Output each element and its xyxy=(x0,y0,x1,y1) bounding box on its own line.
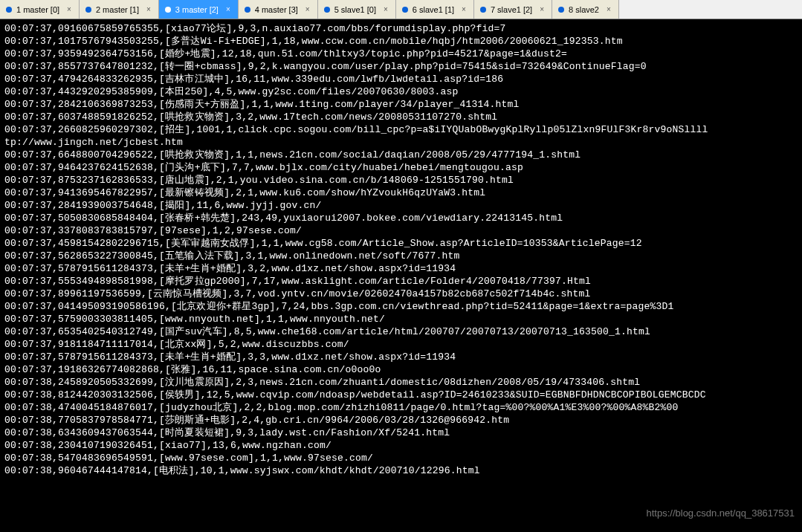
log-line: 00:07:37,8753237162836533,[唐山地震],2,1,you… xyxy=(4,174,798,186)
log-line: 00:07:38,7705837978584771,[莎朗斯通+电影],2,4,… xyxy=(4,414,798,426)
log-line: 00:07:37,6648800704296522,[哄抢救灾物资],1,1,n… xyxy=(4,149,798,161)
connection-status-icon xyxy=(402,7,408,13)
log-line: 00:07:37,9464237624152638,[门头沟+底下],7,7,w… xyxy=(4,161,798,174)
log-line: 00:07:38,2458920505332699,[汶川地震原因],2,3,n… xyxy=(4,376,798,389)
connection-status-icon xyxy=(6,7,12,13)
close-icon[interactable]: × xyxy=(223,5,230,13)
log-line: 00:07:38,960467444147814,[电积法],10,1,www.… xyxy=(4,464,798,477)
log-line: 00:07:37,3378083783815797,[97sese],1,2,9… xyxy=(4,224,798,237)
log-line: 00:07:37,10175767943503255,[多普达Wi-Fi+EDG… xyxy=(4,35,798,48)
log-line: 00:07:38,8124420303132506,[侯轶男],12,5,www… xyxy=(4,389,798,401)
log-line: 00:07:37,6037488591826252,[哄抢救灾物资],3,2,w… xyxy=(4,111,798,123)
tab-label: 1 master [0] xyxy=(16,5,59,14)
close-icon[interactable]: × xyxy=(303,5,310,13)
tab-label: 8 slave2 xyxy=(569,5,599,14)
close-icon[interactable]: × xyxy=(459,5,466,13)
log-line: 00:07:38,4740045184876017,[judyzhou北京],2… xyxy=(4,401,798,414)
close-icon[interactable]: × xyxy=(604,5,611,13)
log-line: 00:07:37,041495093190586196,[北京欢迎你+群星3gp… xyxy=(4,300,798,313)
watermark: https://blog.csdn.net/qq_38617531 xyxy=(647,507,795,519)
connection-status-icon xyxy=(558,7,564,13)
tab-label: 5 slave1 [0] xyxy=(334,5,376,14)
log-line: 00:07:37,2841939003754648,[揭阳],11,6,www.… xyxy=(4,199,798,212)
close-icon[interactable]: × xyxy=(537,5,544,13)
log-line: 00:07:37,5553494898581998,[摩托罗拉gp2000],7… xyxy=(4,275,798,288)
log-line: 00:07:37,8557737647801232,[转一圈+cbmass],9… xyxy=(4,60,798,73)
tab-label: 4 master [3] xyxy=(255,5,298,14)
log-line: 00:07:37,2660825960297302,[招生],1001,1,cl… xyxy=(4,123,798,136)
log-line: 00:07:37,9181184711117014,[北京xx网],5,2,ww… xyxy=(4,338,798,351)
log-line: 00:07:38,6343609437063544,[时尚夏装短裙],9,3,l… xyxy=(4,426,798,439)
log-line: 00:07:37,09160675859765355,[xiao77论坛],9,… xyxy=(4,22,798,35)
log-line: 00:07:37,5787915611284373,[未羊+生肖+婚配],3,3… xyxy=(4,351,798,363)
console-output: 00:07:37,09160675859765355,[xiao77论坛],9,… xyxy=(0,19,802,477)
tab-label: 6 slave1 [1] xyxy=(413,5,454,14)
log-line: 00:07:37,5787915611284373,[未羊+生肖+婚配],3,2… xyxy=(4,262,798,275)
log-line: 00:07:37,2842106369873253,[伤感雨天+方丽盈],1,1… xyxy=(4,98,798,111)
tab-0[interactable]: 1 master [0]× xyxy=(0,0,80,19)
tab-label: 7 slave1 [2] xyxy=(491,5,532,14)
connection-status-icon xyxy=(324,7,330,13)
tab-1[interactable]: 2 master [1]× xyxy=(80,0,159,19)
tab-label: 2 master [1] xyxy=(96,5,139,14)
log-line: 00:07:38,5470483696549591,[www.97sese.co… xyxy=(4,452,798,464)
tab-bar: 1 master [0]×2 master [1]×3 master [2]×4… xyxy=(0,0,802,19)
log-line: 00:07:37,4432920295385909,[本田250],4,5,ww… xyxy=(4,85,798,98)
close-icon[interactable]: × xyxy=(381,5,388,13)
log-line: 00:07:37,5628653227300845,[五笔输入法下载],3,1,… xyxy=(4,250,798,262)
log-line: 00:07:37,19186326774082868,[张雅],16,11,sp… xyxy=(4,363,798,376)
tab-2[interactable]: 3 master [2]× xyxy=(159,0,239,19)
log-line: 00:07:38,2304107190326451,[xiao77],13,6,… xyxy=(4,439,798,452)
log-line: 00:07:37,5050830685848404,[张春桥+韩先楚],243,… xyxy=(4,212,798,224)
tab-7[interactable]: 8 slave2× xyxy=(552,0,619,19)
tab-4[interactable]: 5 slave1 [0]× xyxy=(318,0,396,19)
close-icon[interactable]: × xyxy=(64,5,71,13)
tab-label: 3 master [2] xyxy=(175,5,219,14)
connection-status-icon xyxy=(480,7,486,13)
tab-6[interactable]: 7 slave1 [2]× xyxy=(474,0,552,19)
tab-5[interactable]: 6 slave1 [1]× xyxy=(396,0,474,19)
connection-status-icon xyxy=(85,7,91,13)
log-line: 00:07:37,45981542802296715,[美军审越南女战俘],1,… xyxy=(4,237,798,250)
tab-3[interactable]: 4 master [3]× xyxy=(239,0,318,19)
log-line: 00:07:37,5759003303811405,[www.nnyouth.n… xyxy=(4,313,798,325)
connection-status-icon xyxy=(245,7,250,13)
log-line: 00:07:37,89961197536599,[云南惊马槽视频],3,7,vo… xyxy=(4,288,798,300)
log-line: 00:07:37,4794264833262935,[吉林市江城中],16,11… xyxy=(4,73,798,85)
log-line: tp://www.jingch.net/jcbest.htm xyxy=(4,136,798,149)
connection-status-icon xyxy=(165,7,171,13)
log-line: 00:07:37,6535402540312749,[国产suv汽车],8,5,… xyxy=(4,325,798,338)
close-icon[interactable]: × xyxy=(143,5,151,13)
log-line: 00:07:37,9359492364753156,[婚纱+地震],12,18,… xyxy=(4,48,798,60)
log-line: 00:07:37,9413695467822957,[最新镲铸视频],2,1,w… xyxy=(4,186,798,199)
